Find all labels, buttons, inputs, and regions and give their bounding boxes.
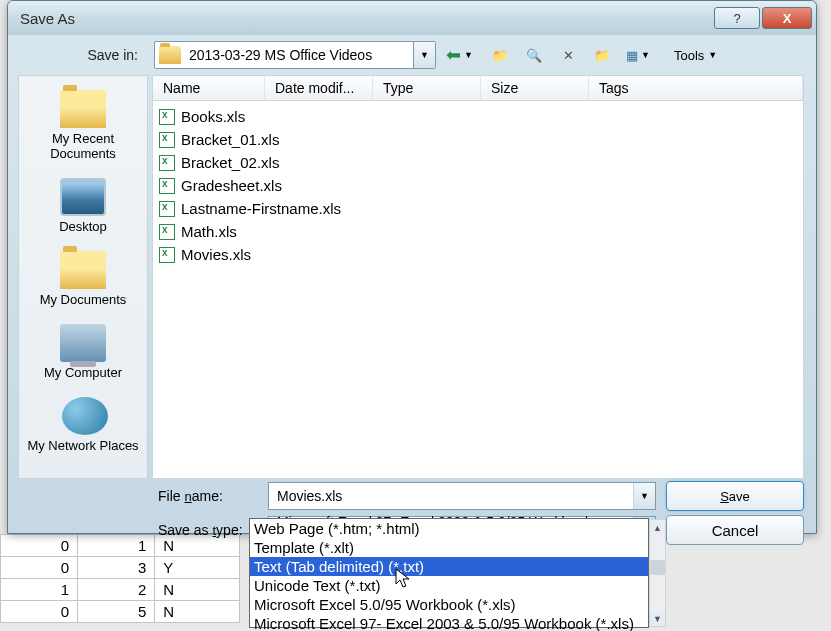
save-as-dialog: Save As ? X Save in: 2013-03-29 MS Offic…	[7, 0, 817, 534]
folder-icon	[159, 46, 181, 64]
saveastype-label: Save as type:	[158, 522, 258, 538]
xls-icon	[159, 109, 175, 125]
col-date[interactable]: Date modif...	[265, 76, 373, 100]
column-headers: Name Date modif... Type Size Tags	[152, 75, 804, 101]
cancel-button[interactable]: Cancel	[666, 515, 804, 545]
xls-icon	[159, 132, 175, 148]
xls-icon	[159, 178, 175, 194]
savein-label: Save in:	[20, 47, 138, 63]
dropdown-scrollbar[interactable]: ▲ ▼	[649, 519, 666, 627]
xls-icon	[159, 247, 175, 263]
up-folder-icon: 📁	[492, 48, 508, 63]
file-row[interactable]: Bracket_02.xls	[155, 151, 801, 174]
computer-icon	[60, 324, 106, 362]
titlebar: Save As ? X	[8, 1, 816, 35]
place-my-documents[interactable]: My Documents	[21, 245, 145, 318]
folder-icon	[60, 251, 106, 289]
location-toolbar: Save in: 2013-03-29 MS Office Videos ▼ ⬅…	[8, 35, 816, 75]
col-type[interactable]: Type	[373, 76, 481, 100]
tools-menu[interactable]: Tools ▼	[666, 42, 725, 68]
up-one-level-button[interactable]: 📁	[486, 42, 514, 68]
file-row[interactable]: Gradesheet.xls	[155, 174, 801, 197]
savein-dropdown[interactable]: 2013-03-29 MS Office Videos ▼	[154, 41, 436, 69]
place-my-computer[interactable]: My Computer	[21, 318, 145, 391]
search-icon: 🔍	[526, 48, 542, 63]
delete-icon: ✕	[563, 48, 574, 63]
close-button[interactable]: X	[762, 7, 812, 29]
scroll-thumb[interactable]	[650, 560, 665, 575]
current-folder: 2013-03-29 MS Office Videos	[185, 47, 413, 63]
chevron-down-icon: ▼	[708, 50, 717, 60]
savein-dropdown-arrow[interactable]: ▼	[413, 42, 435, 68]
xls-icon	[159, 201, 175, 217]
col-name[interactable]: Name	[153, 76, 265, 100]
file-row[interactable]: Lastname-Firstname.xls	[155, 197, 801, 220]
back-button[interactable]: ⬅ ▼	[442, 42, 480, 68]
col-size[interactable]: Size	[481, 76, 589, 100]
file-row[interactable]: Bracket_01.xls	[155, 128, 801, 151]
save-button[interactable]: Save	[666, 481, 804, 511]
place-desktop[interactable]: Desktop	[21, 172, 145, 245]
filename-dropdown-arrow[interactable]: ▼	[633, 483, 655, 509]
type-option-highlighted[interactable]: Text (Tab delimited) (*.txt)	[250, 557, 648, 576]
place-network-places[interactable]: My Network Places	[21, 391, 145, 464]
back-icon: ⬅	[446, 44, 461, 66]
type-option[interactable]: Web Page (*.htm; *.html)	[250, 519, 648, 538]
type-option[interactable]: Template (*.xlt)	[250, 538, 648, 557]
views-icon: ▦	[626, 48, 638, 63]
network-icon	[62, 397, 108, 435]
file-row[interactable]: Books.xls	[155, 105, 801, 128]
type-option[interactable]: Microsoft Excel 5.0/95 Workbook (*.xls)	[250, 595, 648, 614]
scroll-down-arrow[interactable]: ▼	[650, 611, 665, 626]
file-row[interactable]: Movies.xls	[155, 243, 801, 266]
scroll-up-arrow[interactable]: ▲	[650, 520, 665, 535]
col-tags[interactable]: Tags	[589, 76, 803, 100]
desktop-icon	[60, 178, 106, 216]
place-recent-documents[interactable]: My Recent Documents	[21, 84, 145, 172]
new-folder-icon: 📁	[594, 48, 610, 63]
folder-icon	[60, 90, 106, 128]
xls-icon	[159, 155, 175, 171]
saveastype-options-list: Web Page (*.htm; *.html) Template (*.xlt…	[249, 518, 649, 628]
help-button[interactable]: ?	[714, 7, 760, 29]
dialog-title: Save As	[20, 10, 712, 27]
views-button[interactable]: ▦ ▼	[622, 42, 660, 68]
file-row[interactable]: Math.xls	[155, 220, 801, 243]
places-bar: My Recent Documents Desktop My Documents…	[18, 75, 148, 479]
type-option[interactable]: Microsoft Excel 97- Excel 2003 & 5.0/95 …	[250, 614, 648, 631]
file-list: Books.xls Bracket_01.xls Bracket_02.xls …	[152, 101, 804, 479]
filename-input[interactable]: Movies.xls ▼	[268, 482, 656, 510]
type-option[interactable]: Unicode Text (*.txt)	[250, 576, 648, 595]
search-button[interactable]: 🔍	[520, 42, 548, 68]
new-folder-button[interactable]: 📁	[588, 42, 616, 68]
delete-button[interactable]: ✕	[554, 42, 582, 68]
filename-label: File name:	[158, 488, 258, 504]
xls-icon	[159, 224, 175, 240]
